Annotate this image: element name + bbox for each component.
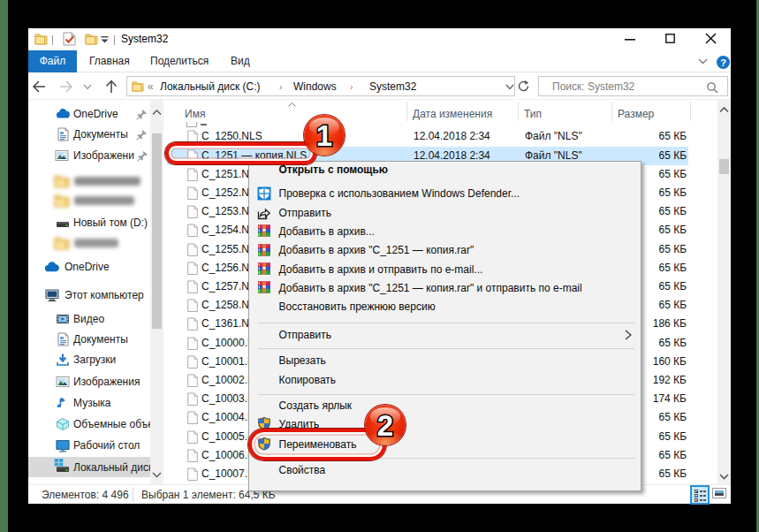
svg-text:?: ?	[720, 57, 726, 68]
svg-text:1: 1	[316, 119, 332, 152]
svg-text:2: 2	[377, 409, 393, 442]
